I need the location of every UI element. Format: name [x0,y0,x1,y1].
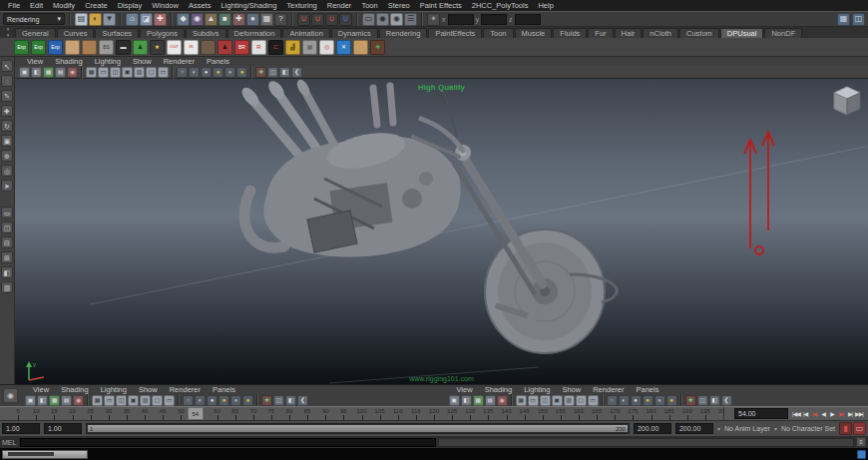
shelf-checkbox-out-icon[interactable]: OUT [167,40,182,55]
textured-icon[interactable]: ● [201,67,212,78]
show-manipulator-icon[interactable]: ◎ [1,165,13,177]
current-frame-marker[interactable]: 54 [188,407,204,420]
move-tool-icon[interactable]: ✚ [1,105,13,117]
field-chart-icon[interactable]: ▥ [140,395,151,406]
mask-deformations-icon[interactable]: ■ [218,13,231,26]
bottom-left-panel-menu-view[interactable]: View [27,385,55,394]
shelf-tab-custom[interactable]: Custom [679,28,719,38]
camera-attributes-icon[interactable]: ▦ [49,395,60,406]
safe-action-icon[interactable]: ▢ [576,395,587,406]
field-chart-icon[interactable]: ▥ [564,395,575,406]
snap-view-plane-icon[interactable]: ∪ [339,13,352,26]
animation-preferences-icon[interactable]: ▭ [853,422,866,435]
image-plane-icon[interactable]: ◉ [497,395,508,406]
exposure-icon[interactable]: ◧ [279,67,290,78]
safe-action-icon[interactable]: ▢ [146,67,157,78]
shelf-photo-1-icon[interactable] [65,40,80,55]
step-back-key-button[interactable]: |◀ [810,408,818,419]
shadows-icon[interactable]: ● [224,67,235,78]
step-forward-frame-button[interactable]: ▶| [846,408,854,419]
bottom-left-panel-menu-show[interactable]: Show [133,385,164,394]
shelf-photo-2-icon[interactable] [82,40,97,55]
menu-bar-render[interactable]: Render [322,0,357,11]
render-view-icon[interactable]: ▭ [362,13,375,26]
field-chart-icon[interactable]: ▥ [134,67,145,78]
mask-curves-icon[interactable]: ◉ [191,13,204,26]
layout-four-panes-icon[interactable]: ⊞ [1,251,13,263]
universal-manipulator-icon[interactable]: ⊕ [1,150,13,162]
playback-start-field[interactable]: 1.00 [44,423,82,434]
shelf-magnet-c-icon[interactable]: C [268,40,283,55]
shelf-tab-muscle[interactable]: Muscle [515,28,553,38]
lock-camera-icon[interactable]: ◧ [31,67,42,78]
shelf-green-character-icon[interactable]: ♟ [133,40,148,55]
shelf-tab-dynamics[interactable]: Dynamics [331,28,378,38]
input-mode-icon[interactable]: ⌖ [427,13,440,26]
panel-menu-bar-renderer[interactable]: Renderer [158,57,201,66]
menu-bar-assets[interactable]: Assets [184,0,217,11]
shelf-blue-x-icon[interactable]: ✕ [336,40,351,55]
gate-mask-icon[interactable]: ▣ [128,395,139,406]
shelf-hat-character-icon[interactable] [353,40,368,55]
shelf-tab-ncloth[interactable]: nCloth [643,28,678,38]
render-current-frame-icon[interactable]: ◉ [376,13,389,26]
safe-title-icon[interactable]: ▭ [588,395,599,406]
wireframe-icon[interactable]: ○ [607,395,618,406]
isolate-select-icon[interactable]: ✚ [685,395,696,406]
save-scene-icon[interactable]: ▼ [103,13,116,26]
layout-persp-outliner-icon[interactable]: ◧ [1,266,13,278]
view-grid-icon[interactable]: ▦ [516,395,527,406]
coord-field-z[interactable] [515,14,541,25]
smooth-shade-icon[interactable]: ◐ [195,395,206,406]
menu-bar-help[interactable]: Help [533,0,558,11]
shelf-stairs-icon[interactable]: ▟ [285,40,300,55]
auto-keyframe-icon[interactable]: ▮ [839,422,852,435]
tray-icon[interactable] [857,450,866,459]
bottom-right-panel-menu-renderer[interactable]: Renderer [587,385,630,394]
bottom-left-panel-menu-lighting[interactable]: Lighting [95,385,133,394]
shelf-switcher-icon[interactable]: ▾▾ [2,26,14,38]
viewport-3d[interactable]: y High Quality www.rigging101.com [15,79,868,384]
occlusion-icon[interactable]: ● [236,67,247,78]
shelf-export-node-icon[interactable]: Exp [48,40,63,55]
shelf-render-label-icon[interactable]: R [251,40,266,55]
shelf-tab-deformation[interactable]: Deformation [227,28,282,38]
shelf-tab-general[interactable]: General [15,28,56,38]
menu-bar-display[interactable]: Display [113,0,148,11]
command-line-mode-label[interactable]: MEL [2,439,18,446]
command-input[interactable] [20,438,436,447]
shelf-tab-surfaces[interactable]: Surfaces [95,28,139,38]
use-lights-icon[interactable]: ● [218,395,229,406]
shelf-tab-dpusual[interactable]: DPUsual [720,28,764,38]
current-time-field[interactable]: 54.00 [734,408,788,419]
select-tool-icon[interactable]: ↖ [1,60,13,72]
lock-camera-icon[interactable]: ◧ [461,395,472,406]
film-gate-icon[interactable]: ▭ [104,395,115,406]
mask-points-icon[interactable]: ◆ [177,13,190,26]
animation-end-field[interactable]: 200.00 [675,423,713,434]
film-gate-icon[interactable]: ▭ [528,395,539,406]
step-back-frame-button[interactable]: |◀ [801,408,809,419]
shelf-tab-subdivs[interactable]: Subdivs [186,28,226,38]
menu-bar-create[interactable]: Create [80,0,113,11]
go-to-start-button[interactable]: |◀◀ [792,408,800,419]
shelf-paint-character-icon[interactable]: ✚ [370,40,385,55]
menu-bar-toon[interactable]: Toon [356,0,382,11]
bottom-left-panel-menu-panels[interactable]: Panels [207,385,241,394]
menu-bar-file[interactable]: File [3,0,25,11]
safe-title-icon[interactable]: ▭ [164,395,175,406]
image-plane-icon[interactable]: ◉ [67,67,78,78]
shelf-clapperboard-icon[interactable]: ▬ [116,40,131,55]
film-gate-icon[interactable]: ▭ [98,67,109,78]
rotate-tool-icon[interactable]: ↻ [1,120,13,132]
select-component-icon[interactable]: ✚ [154,13,167,26]
wireframe-icon[interactable]: ○ [177,67,188,78]
play-forwards-button[interactable]: ▶ [828,408,836,419]
use-lights-icon[interactable]: ● [213,67,223,78]
bottom-right-panel-menu-panels[interactable]: Panels [630,385,664,394]
coord-field-y[interactable] [481,14,507,25]
resolution-gate-icon[interactable]: ◫ [540,395,551,406]
ui-toggle-grid-icon[interactable]: ▦ [837,13,850,26]
isolate-select-icon[interactable]: ✚ [255,67,266,78]
paint-select-tool-icon[interactable]: ✎ [1,90,13,102]
